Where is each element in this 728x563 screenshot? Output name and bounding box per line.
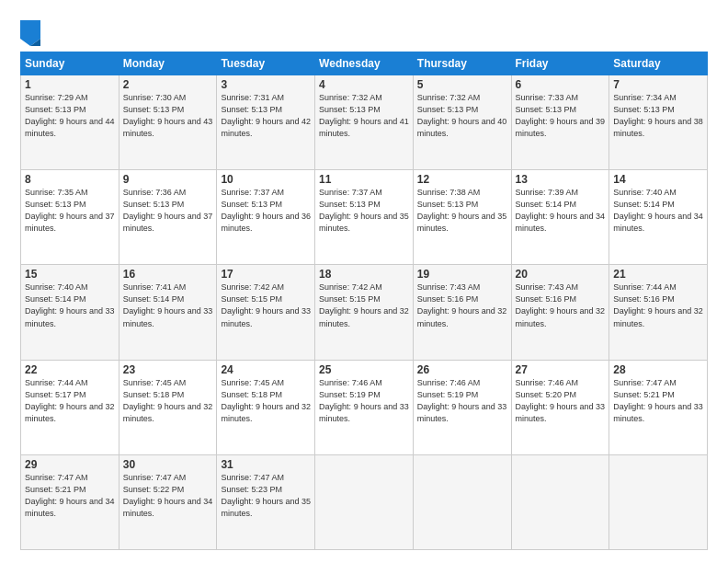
day-number: 15 [25,268,115,281]
day-info: Sunrise: 7:42 AMSunset: 5:15 PMDaylight:… [221,282,311,329]
calendar-day-cell: 1Sunrise: 7:29 AMSunset: 5:13 PMDaylight… [21,75,119,170]
day-number: 18 [319,268,409,281]
calendar-week-row: 1Sunrise: 7:29 AMSunset: 5:13 PMDaylight… [21,75,708,170]
day-header-saturday: Saturday [609,52,708,75]
day-info: Sunrise: 7:46 AMSunset: 5:19 PMDaylight:… [417,377,507,425]
calendar-day-cell: 28Sunrise: 7:47 AMSunset: 5:21 PMDayligh… [609,360,708,454]
calendar-day-cell: 9Sunrise: 7:36 AMSunset: 5:13 PMDaylight… [119,170,217,265]
logo-icon [20,20,40,46]
calendar-week-row: 8Sunrise: 7:35 AMSunset: 5:13 PMDaylight… [21,170,708,265]
calendar-day-cell: 15Sunrise: 7:40 AMSunset: 5:14 PMDayligh… [21,265,119,360]
calendar-day-cell: 5Sunrise: 7:32 AMSunset: 5:13 PMDaylight… [413,75,511,170]
day-info: Sunrise: 7:44 AMSunset: 5:17 PMDaylight:… [25,377,115,425]
day-info: Sunrise: 7:46 AMSunset: 5:19 PMDaylight:… [319,377,409,425]
calendar-day-cell: 16Sunrise: 7:41 AMSunset: 5:14 PMDayligh… [119,265,217,360]
day-number: 29 [25,458,115,471]
day-info: Sunrise: 7:47 AMSunset: 5:22 PMDaylight:… [123,472,213,520]
calendar-day-cell [511,454,609,549]
day-header-friday: Friday [511,52,609,75]
calendar-day-cell: 12Sunrise: 7:38 AMSunset: 5:13 PMDayligh… [413,170,511,265]
day-number: 11 [319,173,409,186]
calendar-day-cell: 2Sunrise: 7:30 AMSunset: 5:13 PMDaylight… [119,75,217,170]
day-number: 28 [613,363,703,376]
day-number: 31 [221,458,311,471]
day-info: Sunrise: 7:31 AMSunset: 5:13 PMDaylight:… [221,92,311,140]
day-number: 12 [417,173,507,186]
calendar-day-cell: 27Sunrise: 7:46 AMSunset: 5:20 PMDayligh… [511,360,609,454]
calendar-week-row: 15Sunrise: 7:40 AMSunset: 5:14 PMDayligh… [21,265,708,360]
day-info: Sunrise: 7:46 AMSunset: 5:20 PMDaylight:… [516,377,606,425]
day-number: 5 [417,78,507,91]
calendar-day-cell [315,454,414,549]
day-info: Sunrise: 7:32 AMSunset: 5:13 PMDaylight:… [417,92,507,140]
day-number: 20 [516,268,606,281]
calendar-day-cell: 24Sunrise: 7:45 AMSunset: 5:18 PMDayligh… [217,360,315,454]
calendar-day-cell: 17Sunrise: 7:42 AMSunset: 5:15 PMDayligh… [217,265,315,360]
calendar-day-cell: 11Sunrise: 7:37 AMSunset: 5:13 PMDayligh… [315,170,414,265]
day-number: 10 [221,173,311,186]
day-header-tuesday: Tuesday [217,52,315,75]
day-header-sunday: Sunday [21,52,119,75]
day-number: 30 [123,458,213,471]
day-info: Sunrise: 7:37 AMSunset: 5:13 PMDaylight:… [221,187,311,235]
day-info: Sunrise: 7:45 AMSunset: 5:18 PMDaylight:… [221,377,311,425]
calendar-day-cell: 7Sunrise: 7:34 AMSunset: 5:13 PMDaylight… [609,75,708,170]
calendar-day-cell: 20Sunrise: 7:43 AMSunset: 5:16 PMDayligh… [511,265,609,360]
day-info: Sunrise: 7:40 AMSunset: 5:14 PMDaylight:… [25,282,115,329]
day-info: Sunrise: 7:47 AMSunset: 5:21 PMDaylight:… [613,377,703,425]
day-number: 7 [613,78,703,91]
day-number: 19 [417,268,507,281]
day-number: 6 [516,78,606,91]
day-info: Sunrise: 7:34 AMSunset: 5:13 PMDaylight:… [613,92,703,140]
day-number: 4 [319,78,409,91]
calendar-day-cell: 30Sunrise: 7:47 AMSunset: 5:22 PMDayligh… [119,454,217,549]
day-info: Sunrise: 7:45 AMSunset: 5:18 PMDaylight:… [123,377,213,425]
calendar-day-cell: 14Sunrise: 7:40 AMSunset: 5:14 PMDayligh… [609,170,708,265]
day-info: Sunrise: 7:43 AMSunset: 5:16 PMDaylight:… [516,282,606,329]
day-number: 14 [613,173,703,186]
calendar-day-cell: 3Sunrise: 7:31 AMSunset: 5:13 PMDaylight… [217,75,315,170]
calendar-week-row: 29Sunrise: 7:47 AMSunset: 5:21 PMDayligh… [21,454,708,549]
day-header-wednesday: Wednesday [315,52,414,75]
day-number: 24 [221,363,311,376]
day-header-thursday: Thursday [413,52,511,75]
day-number: 21 [613,268,703,281]
day-number: 25 [319,363,409,376]
calendar-header-row: SundayMondayTuesdayWednesdayThursdayFrid… [21,52,708,75]
day-number: 2 [123,78,213,91]
calendar-day-cell: 8Sunrise: 7:35 AMSunset: 5:13 PMDaylight… [21,170,119,265]
day-number: 1 [25,78,115,91]
day-info: Sunrise: 7:42 AMSunset: 5:15 PMDaylight:… [319,282,409,329]
calendar-week-row: 22Sunrise: 7:44 AMSunset: 5:17 PMDayligh… [21,360,708,454]
calendar-day-cell: 6Sunrise: 7:33 AMSunset: 5:13 PMDaylight… [511,75,609,170]
day-info: Sunrise: 7:35 AMSunset: 5:13 PMDaylight:… [25,187,115,235]
day-number: 22 [25,363,115,376]
day-info: Sunrise: 7:30 AMSunset: 5:13 PMDaylight:… [123,92,213,140]
day-info: Sunrise: 7:37 AMSunset: 5:13 PMDaylight:… [319,187,409,235]
day-info: Sunrise: 7:47 AMSunset: 5:23 PMDaylight:… [221,472,311,520]
day-number: 26 [417,363,507,376]
day-info: Sunrise: 7:47 AMSunset: 5:21 PMDaylight:… [25,472,115,520]
calendar-day-cell: 10Sunrise: 7:37 AMSunset: 5:13 PMDayligh… [217,170,315,265]
calendar-day-cell: 18Sunrise: 7:42 AMSunset: 5:15 PMDayligh… [315,265,414,360]
logo [20,20,43,46]
day-info: Sunrise: 7:40 AMSunset: 5:14 PMDaylight:… [613,187,703,235]
day-number: 3 [221,78,311,91]
day-number: 8 [25,173,115,186]
day-info: Sunrise: 7:43 AMSunset: 5:16 PMDaylight:… [417,282,507,329]
calendar-day-cell: 23Sunrise: 7:45 AMSunset: 5:18 PMDayligh… [119,360,217,454]
day-header-monday: Monday [119,52,217,75]
calendar-day-cell: 26Sunrise: 7:46 AMSunset: 5:19 PMDayligh… [413,360,511,454]
day-number: 9 [123,173,213,186]
day-number: 27 [516,363,606,376]
day-number: 13 [516,173,606,186]
header [20,17,708,46]
calendar-table: SundayMondayTuesdayWednesdayThursdayFrid… [20,52,708,550]
page: SundayMondayTuesdayWednesdayThursdayFrid… [0,0,728,563]
calendar-day-cell: 25Sunrise: 7:46 AMSunset: 5:19 PMDayligh… [315,360,414,454]
day-info: Sunrise: 7:33 AMSunset: 5:13 PMDaylight:… [516,92,606,140]
day-number: 17 [221,268,311,281]
calendar-day-cell: 4Sunrise: 7:32 AMSunset: 5:13 PMDaylight… [315,75,414,170]
day-number: 23 [123,363,213,376]
day-number: 16 [123,268,213,281]
